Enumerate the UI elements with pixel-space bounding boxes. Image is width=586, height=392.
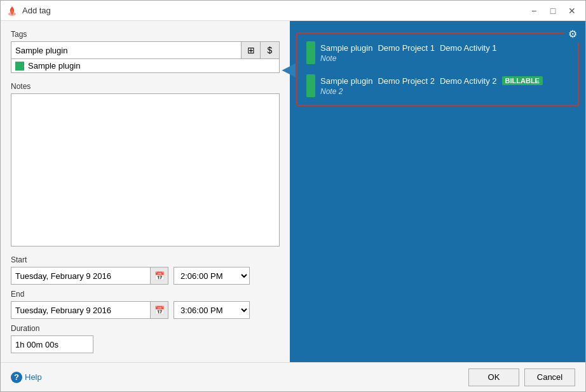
datetime-section: Start 📅 2:06:00 PM End [11,255,280,353]
tag-input-row: ⊞ $ [11,41,280,59]
entry-activity-2: Demo Activity 2 [440,76,497,86]
start-label: Start [11,255,280,264]
tag-section-wrapper: ⊞ $ Sample plugin [11,41,280,73]
start-input-row: 📅 2:06:00 PM [11,267,280,285]
entry-billable-badge-2: BILLABLE [502,76,543,85]
duration-section: Duration [11,324,280,353]
notes-section: Notes [11,82,280,247]
maximize-button[interactable]: □ [545,4,561,18]
dialog-buttons: OK Cancel [468,368,575,386]
window-title: Add tag [22,6,526,15]
entry-project-1: Demo Project 1 [378,43,435,53]
help-icon: ? [11,372,22,383]
tag-dollar-button[interactable]: $ [261,41,280,59]
end-row: End 📅 3:06:00 PM [11,290,280,319]
notes-label: Notes [11,82,280,91]
right-panel: ⚙ ◀ Sample plugin Demo Project 1 [290,21,585,362]
recent-entries-box: Sample plugin Demo Project 1 Demo Activi… [296,32,579,106]
tag-color-dot [15,62,24,71]
entry-row-1: Sample plugin Demo Project 1 Demo Activi… [306,41,569,64]
entry-details-1: Sample plugin Demo Project 1 Demo Activi… [320,43,497,63]
start-date-input[interactable] [11,267,151,285]
start-time-select[interactable]: 2:06:00 PM [174,267,250,285]
gear-button[interactable]: ⚙ [564,25,582,43]
entry-color-bar-1 [306,41,315,64]
gear-icon: ⚙ [568,28,577,40]
entry-row-2: Sample plugin Demo Project 2 Demo Activi… [306,74,569,97]
entry-details-2: Sample plugin Demo Project 2 Demo Activi… [320,76,543,96]
end-input-row: 📅 3:06:00 PM [11,301,280,319]
start-calendar-button[interactable]: 📅 [151,267,168,285]
left-panel: Tags ⊞ $ Sample plugin [1,21,290,362]
duration-label: Duration [11,324,280,333]
main-window: Add tag − □ ✕ Tags ⊞ $ [0,0,586,392]
tag-dropdown-item[interactable]: Sample plugin [11,59,279,72]
help-label: Help [25,372,42,382]
minimize-button[interactable]: − [526,4,542,18]
tag-dropdown: Sample plugin [11,59,280,73]
entry-card-2[interactable]: Sample plugin Demo Project 2 Demo Activi… [301,71,574,101]
end-calendar-button[interactable]: 📅 [151,301,168,319]
entry-card-1[interactable]: Sample plugin Demo Project 1 Demo Activi… [301,37,574,68]
end-label: End [11,290,280,299]
close-button[interactable]: ✕ [564,4,580,18]
bottom-bar: ? Help OK Cancel [1,362,585,391]
duration-input[interactable] [11,335,93,353]
app-icon [6,4,18,17]
entry-plugin-2: Sample plugin [320,76,372,86]
entry-color-bar-2 [306,74,315,97]
entry-plugin-1: Sample plugin [320,43,372,53]
calendar-icon-end: 📅 [154,306,165,315]
entry-note-1: Note [320,54,497,63]
entry-main-row-2: Sample plugin Demo Project 2 Demo Activi… [320,76,543,86]
entry-activity-1: Demo Activity 1 [440,43,497,53]
tag-dropdown-item-label: Sample plugin [28,61,80,71]
notes-textarea[interactable] [11,93,280,247]
title-bar: Add tag − □ ✕ [1,1,585,21]
end-time-select[interactable]: 3:06:00 PM [174,301,250,319]
tag-input[interactable] [11,41,242,59]
end-date-input[interactable] [11,301,151,319]
dollar-icon: $ [268,45,273,55]
ok-button[interactable]: OK [468,368,519,386]
entry-main-row-1: Sample plugin Demo Project 1 Demo Activi… [320,43,497,53]
tag-grid-button[interactable]: ⊞ [242,41,261,59]
entry-note-2: Note 2 [320,87,543,96]
help-button[interactable]: ? Help [11,372,42,383]
window-controls: − □ ✕ [526,4,580,18]
cancel-button[interactable]: Cancel [524,368,575,386]
start-row: Start 📅 2:06:00 PM [11,255,280,285]
calendar-icon: 📅 [154,271,165,281]
entry-project-2: Demo Project 2 [378,76,435,86]
tags-label: Tags [11,30,280,39]
tags-section: Tags ⊞ $ Sample plugin [11,30,280,73]
grid-icon: ⊞ [247,45,255,55]
content-area: Tags ⊞ $ Sample plugin [1,21,585,362]
